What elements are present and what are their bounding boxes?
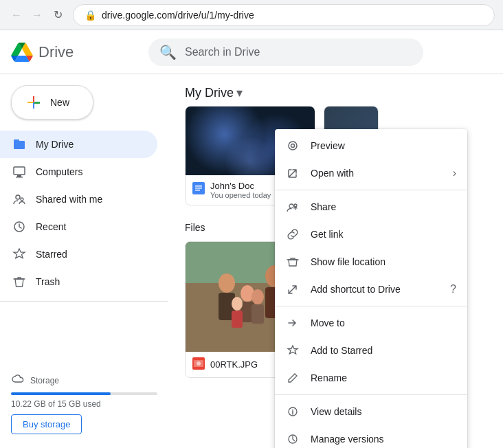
context-menu-overlay: Preview Open with › <box>168 74 503 448</box>
lock-icon: 🔒 <box>85 10 96 21</box>
add-starred-label: Add to Starred <box>311 345 456 356</box>
storage-bar-fill <box>11 392 111 395</box>
sidebar-label-computers: Computers <box>36 166 82 177</box>
add-shortcut-label: Add shortcut to Drive <box>311 284 439 295</box>
sidebar: New My Drive <box>0 74 168 448</box>
menu-item-starred[interactable]: Add to Starred <box>275 337 467 364</box>
menu-item-preview[interactable]: Preview <box>275 132 467 159</box>
svg-rect-10 <box>16 177 23 178</box>
forward-button[interactable]: → <box>29 7 45 23</box>
my-drive-icon <box>11 136 27 153</box>
svg-point-37 <box>294 204 297 207</box>
menu-divider-3 <box>275 394 467 395</box>
open-with-arrow-icon: › <box>453 167 456 179</box>
new-button-label: New <box>50 97 69 108</box>
storage-text: Storage <box>30 376 59 385</box>
address-bar[interactable]: 🔒 drive.google.com/drive/u/1/my-drive <box>73 4 495 26</box>
svg-rect-8 <box>14 167 25 175</box>
search-icon: 🔍 <box>159 44 177 60</box>
sidebar-item-my-drive[interactable]: My Drive <box>0 131 157 158</box>
new-plus-icon <box>25 94 42 111</box>
logo-section: Drive <box>11 43 148 62</box>
starred-icon <box>11 246 27 262</box>
back-button[interactable]: ← <box>8 7 25 23</box>
svg-rect-7 <box>14 139 19 142</box>
new-button[interactable]: New <box>11 85 93 120</box>
sidebar-item-recent[interactable]: Recent <box>0 213 157 240</box>
rename-label: Rename <box>311 372 456 383</box>
sidebar-item-starred[interactable]: Starred <box>0 240 157 268</box>
recent-icon <box>11 219 27 235</box>
sidebar-item-trash[interactable]: Trash <box>0 268 157 295</box>
svg-rect-2 <box>33 96 34 102</box>
drive-logo-icon <box>11 43 33 62</box>
add-shortcut-icon <box>286 282 300 296</box>
menu-item-add-shortcut[interactable]: Add shortcut to Drive ? <box>275 276 467 303</box>
browser-nav: ← → ↻ <box>8 7 66 23</box>
menu-divider-2 <box>275 306 467 306</box>
sidebar-item-shared[interactable]: Shared with me <box>0 186 157 213</box>
svg-point-11 <box>16 195 20 199</box>
sidebar-item-computers[interactable]: Computers <box>0 158 157 186</box>
app-logo-text: Drive <box>38 43 74 61</box>
svg-point-34 <box>289 142 297 150</box>
preview-label: Preview <box>311 140 456 151</box>
menu-item-move-to[interactable]: Move to <box>275 309 467 337</box>
svg-point-35 <box>291 144 295 148</box>
svg-rect-5 <box>33 102 34 109</box>
get-link-label: Get link <box>311 229 456 240</box>
sidebar-divider <box>0 301 168 302</box>
menu-item-open-with[interactable]: Open with › <box>275 159 467 187</box>
preview-icon <box>286 139 300 153</box>
main-content: My Drive ▾ <box>168 74 503 448</box>
view-details-icon <box>286 405 300 418</box>
manage-versions-label: Manage versions <box>311 434 456 445</box>
search-box[interactable]: 🔍 Search in Drive <box>148 38 423 66</box>
share-label: Share <box>311 201 456 212</box>
show-location-icon <box>286 255 300 269</box>
share-icon <box>286 200 300 214</box>
svg-point-36 <box>289 204 293 208</box>
search-input[interactable]: Search in Drive <box>185 46 260 58</box>
storage-cloud-icon <box>11 372 25 388</box>
sidebar-label-my-drive: My Drive <box>36 139 74 150</box>
sidebar-label-trash: Trash <box>36 276 60 287</box>
svg-point-12 <box>21 198 23 201</box>
context-menu: Preview Open with › <box>275 129 467 448</box>
buy-storage-button[interactable]: Buy storage <box>11 414 82 434</box>
menu-divider-1 <box>275 190 467 190</box>
trash-icon <box>11 273 27 290</box>
storage-used-text: 10.22 GB of 15 GB used <box>11 399 157 409</box>
search-section[interactable]: 🔍 Search in Drive <box>148 38 423 66</box>
svg-rect-9 <box>17 175 21 177</box>
view-details-label: View details <box>311 406 456 417</box>
menu-item-share[interactable]: Share <box>275 193 467 221</box>
show-location-label: Show file location <box>311 256 456 267</box>
browser-chrome: ← → ↻ 🔒 drive.google.com/drive/u/1/my-dr… <box>0 0 503 30</box>
body-area: New My Drive <box>0 74 503 448</box>
storage-label: Storage <box>11 372 157 388</box>
url-text: drive.google.com/drive/u/1/my-drive <box>102 10 254 21</box>
menu-item-rename[interactable]: Rename <box>275 364 467 392</box>
new-button-wrapper: New <box>0 80 168 131</box>
rename-icon <box>286 371 300 385</box>
menu-item-manage-versions[interactable]: Manage versions <box>275 425 467 448</box>
move-to-label: Move to <box>311 317 456 328</box>
get-link-icon <box>286 227 300 241</box>
manage-versions-icon <box>286 432 300 446</box>
sidebar-label-starred: Starred <box>36 249 67 260</box>
menu-item-show-location[interactable]: Show file location <box>275 248 467 276</box>
reload-button[interactable]: ↻ <box>49 7 66 23</box>
svg-rect-4 <box>34 102 40 104</box>
sidebar-label-shared: Shared with me <box>36 194 102 205</box>
menu-item-get-link[interactable]: Get link <box>275 221 467 248</box>
open-with-label: Open with <box>311 168 442 179</box>
add-shortcut-help-icon: ? <box>450 283 456 295</box>
menu-item-view-details[interactable]: View details <box>275 398 467 425</box>
storage-section: Storage 10.22 GB of 15 GB used Buy stora… <box>0 364 168 443</box>
starred-menu-icon <box>286 344 300 357</box>
computers-icon <box>11 164 27 180</box>
top-bar: Drive 🔍 Search in Drive <box>0 30 503 74</box>
open-with-icon <box>286 166 300 180</box>
shared-icon <box>11 191 27 208</box>
